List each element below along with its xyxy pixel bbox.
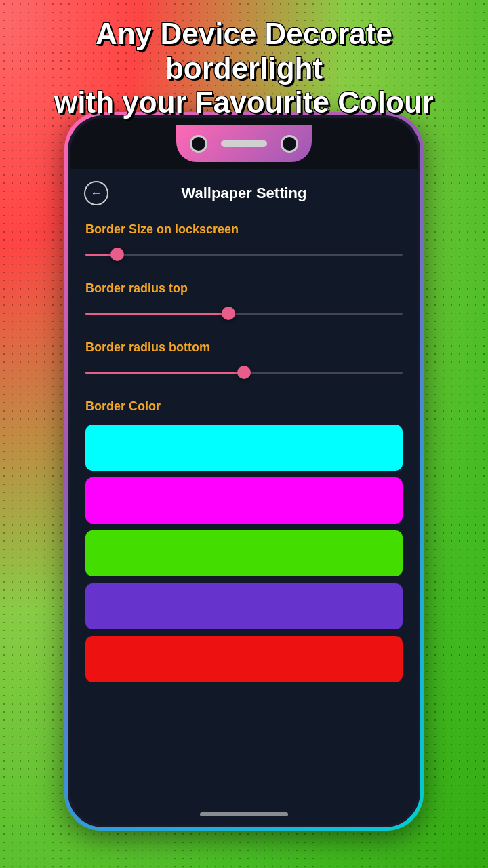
page-title: Wallpaper Setting <box>108 184 380 202</box>
section-border-size: Border Size on lockscreen <box>85 222 403 261</box>
border-size-slider[interactable] <box>85 248 403 261</box>
color-swatch-red[interactable] <box>85 636 403 682</box>
color-swatch-cyan[interactable] <box>85 425 403 471</box>
slider-track-1 <box>85 313 403 315</box>
color-swatch-magenta[interactable] <box>85 477 403 524</box>
scroll-area[interactable]: Border Size on lockscreen Border radius … <box>70 216 418 823</box>
section-border-radius-bottom: Border radius bottom <box>85 340 403 379</box>
slider-thumb-0[interactable] <box>110 248 124 261</box>
color-swatch-green[interactable] <box>85 530 403 576</box>
border-radius-top-label: Border radius top <box>85 281 403 296</box>
slider-thumb-2[interactable] <box>237 366 251 379</box>
slider-fill-1 <box>85 313 228 315</box>
border-radius-top-slider[interactable] <box>85 307 403 320</box>
camera-right <box>281 135 298 153</box>
back-button[interactable]: ← <box>84 181 108 205</box>
phone-inner: ← Wallpaper Setting Border Size on locks… <box>70 118 418 825</box>
notch <box>176 125 312 162</box>
home-bar <box>200 812 288 816</box>
slider-track-2 <box>85 372 403 374</box>
border-radius-bottom-slider[interactable] <box>85 366 403 379</box>
slider-track-0 <box>85 254 403 256</box>
border-color-label: Border Color <box>85 399 403 414</box>
header-title: Any Device Decorate borderlight with you… <box>20 17 468 120</box>
phone-middle: ← Wallpaper Setting Border Size on locks… <box>68 115 420 827</box>
section-border-color: Border Color <box>85 399 403 682</box>
color-swatch-purple[interactable] <box>85 583 403 629</box>
border-size-label: Border Size on lockscreen <box>85 222 403 237</box>
app-content: ← Wallpaper Setting Border Size on locks… <box>70 169 418 825</box>
speaker <box>221 140 268 147</box>
section-border-radius-top: Border radius top <box>85 281 403 320</box>
border-radius-bottom-label: Border radius bottom <box>85 340 403 355</box>
phone-mockup: ← Wallpaper Setting Border Size on locks… <box>64 112 424 831</box>
back-icon: ← <box>90 186 102 201</box>
header-banner: Any Device Decorate borderlight with you… <box>0 10 488 127</box>
slider-thumb-1[interactable] <box>222 307 235 320</box>
top-bar: ← Wallpaper Setting <box>70 169 418 216</box>
slider-fill-2 <box>85 372 244 374</box>
camera-left <box>190 135 207 153</box>
